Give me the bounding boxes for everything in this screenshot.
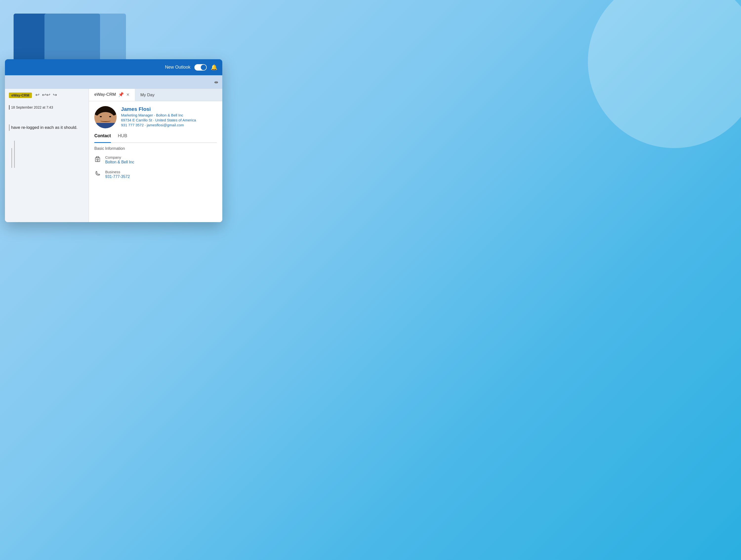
secondary-header: ⇼ bbox=[5, 75, 222, 89]
close-icon[interactable]: ✕ bbox=[126, 92, 129, 97]
tab-eway-crm-label: eWay-CRM bbox=[94, 92, 116, 97]
tabs-bar: eWay-CRM 📌 ✕ My Day bbox=[89, 89, 222, 101]
new-outlook-toggle[interactable] bbox=[194, 64, 207, 71]
eway-crm-badge: eWay-CRM bbox=[9, 92, 32, 98]
toggle-knob bbox=[201, 65, 206, 70]
email-preview-text: have re-logged in each as it should. bbox=[11, 125, 77, 130]
contact-info: James Flosi Marketing Manager · Bolton &… bbox=[121, 106, 217, 127]
right-panel: eWay-CRM 📌 ✕ My Day bbox=[89, 89, 222, 222]
sub-tab-hub[interactable]: HUB bbox=[118, 133, 127, 141]
avatar-shirt bbox=[94, 123, 117, 128]
tab-eway-crm[interactable]: eWay-CRM 📌 ✕ bbox=[89, 89, 135, 101]
contact-company-header: Bolton & Bell Inc bbox=[156, 113, 183, 117]
phone-label: Business bbox=[105, 170, 217, 174]
sub-tab-hub-label: HUB bbox=[118, 133, 127, 138]
speaker-icon[interactable]: 🔔 bbox=[211, 64, 217, 71]
avatar-smile bbox=[100, 119, 111, 122]
contact-title-company: Marketing Manager · Bolton & Bell Inc bbox=[121, 113, 217, 117]
avatar-eye-left bbox=[100, 116, 102, 117]
contact-card: James Flosi Marketing Manager · Bolton &… bbox=[89, 101, 222, 222]
svg-rect-3 bbox=[98, 159, 98, 160]
scroll-line-1 bbox=[11, 148, 12, 168]
svg-rect-2 bbox=[96, 159, 97, 160]
collapse-icon[interactable]: ⇼ bbox=[214, 79, 218, 85]
email-preview: have re-logged in each as it should. bbox=[9, 125, 85, 131]
scroll-decoration bbox=[9, 141, 85, 168]
company-content: Company Bolton & Bell Inc bbox=[105, 155, 217, 164]
contact-name[interactable]: James Flosi bbox=[121, 106, 217, 112]
bg-decoration-circle bbox=[588, 0, 741, 148]
sub-tab-contact-label: Contact bbox=[94, 133, 111, 138]
new-outlook-label: New Outlook bbox=[165, 65, 190, 70]
main-content: eWay-CRM ↩ ↩↩ ↪ 18 September 2022 at 7:4… bbox=[5, 89, 222, 222]
email-date-text: 18 September 2022 at 7:43 bbox=[11, 105, 53, 109]
scroll-line-2 bbox=[14, 141, 15, 168]
contact-title: Marketing Manager bbox=[121, 113, 153, 117]
info-row-phone: Business 931-777-3572 bbox=[94, 170, 217, 179]
forward-icon[interactable]: ↪ bbox=[53, 92, 57, 98]
contact-phone-display[interactable]: 931 777 3572 bbox=[121, 123, 144, 127]
company-value[interactable]: Bolton & Bell Inc bbox=[105, 160, 217, 164]
phone-value[interactable]: 931-777-3572 bbox=[105, 174, 217, 179]
contact-email-display[interactable]: jamesflosi@gmail.com bbox=[147, 123, 184, 127]
avatar-eye-right bbox=[109, 116, 111, 117]
info-row-company: Company Bolton & Bell Inc bbox=[94, 155, 217, 164]
outlook-header: New Outlook 🔔 bbox=[5, 59, 222, 75]
contact-phone-email: 931 777 3572 · jamesflosi@gmail.com bbox=[121, 123, 217, 127]
pin-icon[interactable]: 📌 bbox=[118, 92, 124, 97]
sub-tabs: Contact HUB bbox=[94, 133, 217, 143]
section-title: Basic Information bbox=[94, 146, 217, 151]
contact-header: James Flosi Marketing Manager · Bolton &… bbox=[94, 106, 217, 128]
main-window: New Outlook 🔔 ⇼ eWay-CRM ↩ ↩↩ ↪ 18 Septe… bbox=[5, 59, 222, 222]
tab-myday-label: My Day bbox=[140, 92, 155, 97]
back-icon[interactable]: ↩ bbox=[35, 92, 40, 98]
phone-icon bbox=[94, 170, 101, 178]
avatar bbox=[94, 106, 117, 128]
back-all-icon[interactable]: ↩↩ bbox=[42, 92, 50, 98]
contact-address: 69734 E Carrillo St · United States of A… bbox=[121, 118, 217, 122]
email-date: 18 September 2022 at 7:43 bbox=[9, 105, 85, 109]
separator-1: · bbox=[154, 113, 156, 117]
left-panel: eWay-CRM ↩ ↩↩ ↪ 18 September 2022 at 7:4… bbox=[5, 89, 89, 222]
sub-tab-contact[interactable]: Contact bbox=[94, 133, 111, 141]
company-label: Company bbox=[105, 155, 217, 159]
tab-myday[interactable]: My Day bbox=[135, 89, 160, 101]
company-icon bbox=[94, 156, 101, 164]
nav-icons: ↩ ↩↩ ↪ bbox=[35, 92, 57, 98]
phone-content: Business 931-777-3572 bbox=[105, 170, 217, 179]
svg-rect-0 bbox=[95, 158, 100, 162]
